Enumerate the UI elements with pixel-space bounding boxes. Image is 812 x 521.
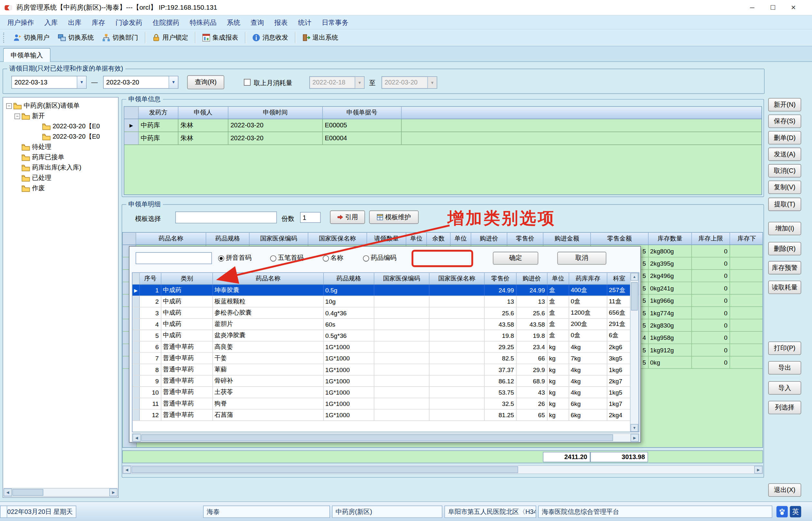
user-lock-button[interactable]: 用户锁定	[148, 31, 192, 45]
tree-root[interactable]: − 中药房(新区)请领单	[3, 100, 118, 111]
scroll-right-arrow[interactable]: ▶	[630, 434, 639, 442]
action-button[interactable]: 打印(P)	[768, 341, 801, 355]
action-button[interactable]: 发送(A)	[768, 148, 801, 161]
menu-item[interactable]: 入库	[39, 15, 63, 29]
tree-item[interactable]: − 2022-03-20【E0	[3, 121, 118, 132]
tree-expander[interactable]: −	[15, 113, 20, 119]
menu-item[interactable]: 库存	[87, 15, 111, 29]
switch-system-button[interactable]: 切换系统	[53, 31, 98, 45]
menu-item[interactable]: 出库	[63, 15, 87, 29]
action-button[interactable]: 导出	[768, 361, 801, 375]
scroll-right-arrow[interactable]: ▶	[109, 489, 118, 496]
scroll-right-arrow[interactable]: ▶	[754, 466, 763, 474]
radio-name[interactable]: 名称	[323, 254, 343, 263]
radio-drug-code[interactable]: 药品编码	[363, 254, 396, 263]
drug-row[interactable]: ▶ 5 中成药 盆炎净胶囊 0.5g*36 19.8 19.8 盒 0盒 6盒	[133, 330, 639, 341]
menu-item[interactable]: 报表	[269, 15, 293, 29]
drug-row[interactable]: ▶ 10 普通中草药 土茯苓 1G*1000 53.75 43 kg 4kg 1…	[133, 387, 639, 398]
last-month-checkbox[interactable]	[244, 79, 251, 86]
template-maintain-button[interactable]: 模板维护	[369, 210, 419, 224]
radio-wubi-code[interactable]: 五笔首码	[270, 254, 304, 263]
date-to-combo[interactable]: 2022-03-20 ▼	[103, 76, 178, 89]
drug-grid-vertical-scrollbar[interactable]: ▲ ▼	[630, 273, 639, 432]
chevron-down-icon[interactable]: ▼	[77, 76, 86, 88]
switch-user-button[interactable]: 切换用户	[9, 31, 54, 45]
query-button[interactable]: 查询(R)	[187, 75, 224, 89]
template-select-input[interactable]	[175, 211, 277, 223]
cell	[730, 332, 763, 344]
drug-row[interactable]: ▶ 3 中成药 参松养心胶囊 0.4g*36 25.6 25.6 盒 1200盒…	[133, 308, 639, 319]
menu-item[interactable]: 门诊发药	[110, 15, 147, 29]
drug-row[interactable]: ▶ 6 普通中草药 高良姜 1G*1000 29.25 23.4 kg 4kg …	[133, 341, 639, 353]
drug-row[interactable]: ▶ 2 中成药 板蓝根颗粒 10g 13 13 盒 0盒 11盒	[133, 296, 639, 307]
action-button[interactable]: 提取(T)	[768, 198, 801, 211]
switch-dept-button[interactable]: 切换部门	[98, 31, 142, 45]
scroll-thumb[interactable]	[132, 466, 518, 473]
chevron-down-icon[interactable]: ▼	[169, 76, 178, 88]
drug-row[interactable]: ▶ 1 中成药 坤泰胶囊 0.5g 24.99 24.99 盒 400盒 257…	[133, 285, 639, 296]
order-row[interactable]: 中药库 朱林 2022-03-20 E00004	[124, 132, 762, 145]
tree-item[interactable]: − 2022-03-20【E0	[3, 132, 118, 142]
radio-pinyin-code[interactable]: 拼音首码	[218, 254, 252, 263]
scroll-thumb[interactable]	[631, 282, 638, 311]
drug-row[interactable]: ▶ 7 普通中草药 干姜 1G*1000 82.5 66 kg 7kg 3kg5	[133, 353, 639, 364]
menu-item[interactable]: 统计	[293, 15, 317, 29]
ime-baidu-icon[interactable]	[777, 506, 788, 518]
tree-item[interactable]: − 作废	[3, 183, 118, 194]
menu-item[interactable]: 用户操作	[2, 15, 39, 29]
menu-item[interactable]: 查询	[245, 15, 269, 29]
scroll-thumb[interactable]	[12, 489, 43, 496]
integrated-report-button[interactable]: 集成报表	[198, 31, 242, 45]
action-button[interactable]: 导入	[768, 381, 801, 394]
tree-item[interactable]: − 待处理	[3, 142, 118, 152]
action-button[interactable]: 库存预警	[768, 261, 801, 275]
tab-requisition-input[interactable]: 申领单输入	[3, 48, 51, 62]
last-month-checkbox-label: 取上月消耗量	[254, 79, 292, 88]
cite-button-label: 引用	[345, 213, 358, 222]
tree-expander[interactable]: −	[6, 103, 12, 109]
scroll-left-arrow[interactable]: ◀	[3, 489, 12, 496]
minimize-button[interactable]: ─	[742, 0, 762, 16]
cite-button[interactable]: 引用	[330, 210, 365, 224]
exit-system-button[interactable]: 退出系统	[298, 31, 342, 45]
scroll-down-arrow[interactable]: ▼	[630, 424, 638, 432]
date-from-combo[interactable]: 2022-03-13 ▼	[11, 76, 87, 89]
action-button[interactable]: 保存(S)	[768, 114, 801, 128]
action-button[interactable]: 新开(N)	[768, 98, 801, 112]
drug-row[interactable]: ▶ 9 普通中草药 骨碎补 1G*1000 86.12 68.9 kg 4kg …	[133, 376, 639, 387]
action-button[interactable]: 删除(R)	[768, 242, 801, 255]
tree-horizontal-scrollbar[interactable]: ◀ ▶	[3, 488, 118, 497]
scroll-up-arrow[interactable]: ▲	[630, 273, 638, 280]
tree-item[interactable]: − 已处理	[3, 173, 118, 183]
menu-item[interactable]: 日常事务	[316, 15, 354, 29]
menu-item[interactable]: 特殊药品	[185, 15, 222, 29]
scroll-left-arrow[interactable]: ◀	[133, 434, 141, 442]
message-button[interactable]: 消息收发	[248, 31, 292, 45]
tree-item[interactable]: − 药库已接单	[3, 152, 118, 162]
menu-item[interactable]: 系统	[222, 15, 245, 29]
action-button[interactable]: 删单(D)	[768, 131, 801, 144]
drug-row[interactable]: ▶ 8 普通中草药 萆薢 1G*1000 37.37 29.9 kg 4kg 1…	[133, 364, 639, 376]
drug-row[interactable]: ▶ 12 普通中草药 石菖蒲 1G*1000 81.25 65 kg 6kg 2…	[133, 409, 639, 421]
scroll-thumb[interactable]	[141, 434, 613, 441]
drug-grid-horizontal-scrollbar[interactable]: ◀ ▶	[132, 433, 639, 442]
drug-search-input[interactable]	[136, 252, 212, 264]
action-button[interactable]: 取消(C)	[768, 164, 801, 178]
copies-input[interactable]	[300, 212, 320, 223]
scroll-left-arrow[interactable]: ◀	[123, 466, 131, 474]
drug-row[interactable]: ▶ 11 普通中草药 狗脊 1G*1000 32.5 26 kg 6kg 1kg…	[133, 398, 639, 409]
action-button[interactable]: 读取耗量	[768, 280, 801, 294]
drug-row[interactable]: ▶ 4 中成药 藿胆片 60s 43.58 43.58 盒 200盒 291盒	[133, 319, 639, 330]
action-button[interactable]: 增加(I)	[768, 222, 801, 235]
menu-item[interactable]: 住院摆药	[148, 15, 185, 29]
detail-horizontal-scrollbar[interactable]: ◀ ▶	[122, 465, 763, 474]
ok-button[interactable]: 确定	[493, 252, 539, 265]
action-button[interactable]: 退出(X)	[768, 483, 801, 497]
action-button[interactable]: 列选择	[768, 401, 801, 414]
cancel-button[interactable]: 取消	[557, 252, 606, 265]
tree-item[interactable]: − 新开	[3, 111, 118, 121]
order-row[interactable]: ▶ 中药库 朱林 2022-03-20 E00005	[124, 119, 762, 132]
action-button[interactable]: 复制(V)	[768, 181, 801, 194]
tree-item[interactable]: − 药库出库(未入库)	[3, 162, 118, 173]
ime-lang-badge[interactable]: 英	[790, 506, 801, 518]
